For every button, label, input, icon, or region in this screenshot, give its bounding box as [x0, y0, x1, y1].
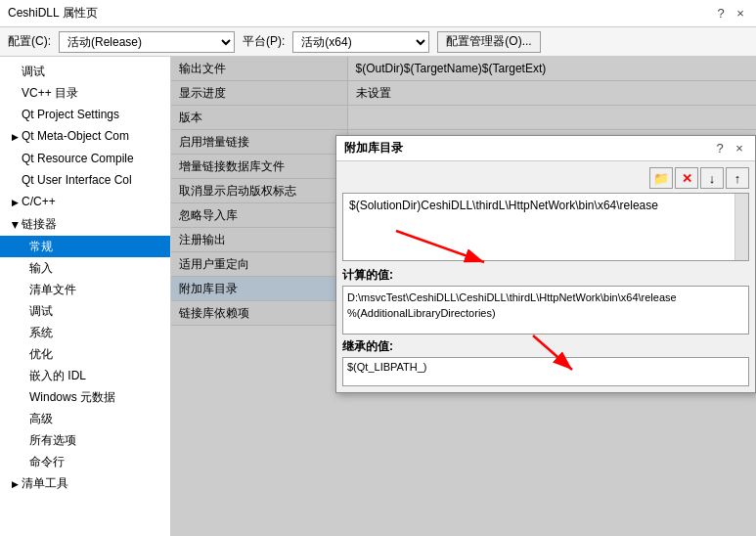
dialog-title-bar: 附加库目录 ? × — [336, 136, 755, 161]
delete-button[interactable]: ✕ — [675, 167, 698, 189]
move-down-button[interactable]: ↓ — [700, 167, 724, 189]
sidebar-item-cmdline[interactable]: 命令行 — [0, 451, 170, 472]
triangle-icon: ▶ — [12, 479, 19, 489]
sidebar-item-label: Windows 元数据 — [29, 390, 115, 404]
inherited-value: $(Qt_LIBPATH_) — [342, 357, 749, 386]
sidebar: 调试VC++ 目录Qt Project Settings▶Qt Meta-Obj… — [0, 57, 171, 536]
sidebar-item-embedded-idl[interactable]: 嵌入的 IDL — [0, 365, 170, 386]
sidebar-item-label: 常规 — [29, 240, 53, 253]
additional-lib-dialog: 附加库目录 ? × 📁 ✕ ↓ ↑ $(SolutionDir)CeshiDLL… — [335, 135, 756, 393]
triangle-icon: ▶ — [12, 198, 19, 207]
list-item[interactable]: $(SolutionDir)CeshiDLL\thirdL\HttpNetWor… — [345, 196, 746, 215]
content-area: 输出文件$(OutDir)$(TargetName)$(TargetExt)显示… — [171, 57, 756, 536]
sidebar-item-qt-ui[interactable]: Qt User Interface Col — [0, 169, 170, 191]
sidebar-item-qt-meta[interactable]: ▶Qt Meta-Object Com — [0, 125, 170, 148]
title-bar-controls: ? × — [713, 6, 748, 22]
sidebar-item-manifest-tool[interactable]: ▶清单工具 — [0, 472, 170, 495]
sidebar-item-label: 命令行 — [29, 455, 65, 469]
sidebar-item-vc-dirs[interactable]: VC++ 目录 — [0, 82, 170, 104]
triangle-icon: ▶ — [12, 132, 19, 142]
dialog-help-button[interactable]: ? — [712, 141, 728, 156]
dialog-toolbar: 📁 ✕ ↓ ↑ — [342, 167, 749, 189]
inherited-value-text: $(Qt_LIBPATH_) — [347, 361, 427, 373]
sidebar-item-label: 所有选项 — [29, 433, 76, 447]
sidebar-item-normal[interactable]: 常规 — [0, 236, 170, 257]
sidebar-item-advanced[interactable]: 高级 — [0, 408, 170, 429]
computed-label: 计算的值: — [342, 267, 749, 284]
help-button[interactable]: ? — [713, 6, 729, 22]
dialog-body: 📁 ✕ ↓ ↑ $(SolutionDir)CeshiDLL\thirdL\Ht… — [336, 161, 755, 392]
sidebar-item-label: 系统 — [29, 326, 53, 339]
dialog-overlay: 附加库目录 ? × 📁 ✕ ↓ ↑ $(SolutionDir)CeshiDLL… — [171, 57, 756, 536]
sidebar-item-label: C/C++ — [22, 195, 56, 208]
sidebar-item-debug[interactable]: 调试 — [0, 61, 170, 82]
sidebar-item-label: 清单文件 — [29, 283, 76, 296]
window-title: CeshiDLL 属性页 — [8, 5, 98, 22]
sidebar-item-label: 嵌入的 IDL — [29, 369, 86, 382]
sidebar-item-label: Qt Meta-Object Com — [22, 129, 129, 143]
sidebar-item-manifest[interactable]: 清单文件 — [0, 279, 170, 300]
sidebar-item-qt-res[interactable]: Qt Resource Compile — [0, 148, 170, 169]
sidebar-item-label: Qt Resource Compile — [22, 152, 134, 165]
dialog-close-button[interactable]: × — [732, 141, 747, 156]
computed-section: 计算的值: D:\msvcTest\CeshiDLL\CeshiDLL\thir… — [342, 267, 749, 335]
config-mgr-button[interactable]: 配置管理器(O)... — [437, 31, 540, 53]
sidebar-item-label: 调试 — [22, 65, 45, 78]
sidebar-item-cpp[interactable]: ▶C/C++ — [0, 191, 170, 213]
sidebar-item-linker[interactable]: ▶链接器 — [0, 213, 170, 236]
sidebar-item-windows-meta[interactable]: Windows 元数据 — [0, 386, 170, 408]
sidebar-item-label: 优化 — [29, 347, 53, 361]
toolbar: 配置(C): 活动(Release) 平台(P): 活动(x64) 配置管理器(… — [0, 27, 756, 57]
computed-value-text: D:\msvcTest\CeshiDLL\CeshiDLL\thirdL\Htt… — [347, 291, 677, 319]
sidebar-item-system[interactable]: 系统 — [0, 322, 170, 343]
platform-select[interactable]: 活动(x64) — [292, 31, 429, 53]
sidebar-item-label: 输入 — [29, 261, 53, 275]
list-scrollbar[interactable] — [734, 194, 748, 260]
sidebar-item-all-options[interactable]: 所有选项 — [0, 429, 170, 451]
triangle-icon: ▶ — [7, 222, 24, 229]
sidebar-item-label: VC++ 目录 — [22, 86, 78, 100]
inherited-label: 继承的值: — [342, 338, 749, 355]
config-select[interactable]: 活动(Release) — [59, 31, 235, 53]
dialog-title-controls: ? × — [712, 141, 747, 156]
platform-label: 平台(P): — [243, 33, 285, 50]
main-area: 调试VC++ 目录Qt Project Settings▶Qt Meta-Obj… — [0, 57, 756, 536]
sidebar-item-qt-proj[interactable]: Qt Project Settings — [0, 104, 170, 125]
computed-value: D:\msvcTest\CeshiDLL\CeshiDLL\thirdL\Htt… — [342, 286, 749, 335]
sidebar-item-label: 清单工具 — [22, 476, 68, 490]
sidebar-item-optimize[interactable]: 优化 — [0, 343, 170, 365]
config-label: 配置(C): — [8, 33, 51, 50]
sidebar-item-input[interactable]: 输入 — [0, 257, 170, 279]
sidebar-item-label: 链接器 — [22, 217, 57, 231]
sidebar-item-label: 调试 — [29, 304, 53, 318]
sidebar-item-label: Qt Project Settings — [22, 108, 119, 121]
folder-button[interactable]: 📁 — [649, 167, 673, 189]
dialog-list: $(SolutionDir)CeshiDLL\thirdL\HttpNetWor… — [342, 193, 749, 261]
sidebar-item-label: 高级 — [29, 412, 53, 425]
move-up-button[interactable]: ↑ — [726, 167, 749, 189]
close-button[interactable]: × — [733, 6, 748, 22]
sidebar-item-label: Qt User Interface Col — [22, 173, 132, 187]
dialog-title-text: 附加库目录 — [344, 140, 403, 156]
title-bar: CeshiDLL 属性页 ? × — [0, 0, 756, 27]
sidebar-item-debug2[interactable]: 调试 — [0, 300, 170, 322]
